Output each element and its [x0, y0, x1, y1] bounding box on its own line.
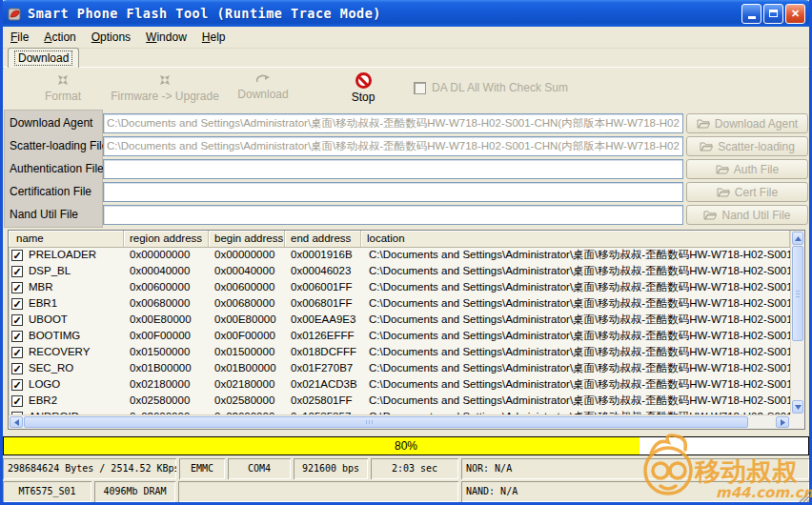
maximize-button[interactable]: [763, 4, 783, 24]
nand-util-file-label: Nand Util File: [10, 208, 78, 221]
row-begin: 0x00040000: [209, 263, 285, 279]
header-begin-address[interactable]: begin address: [209, 231, 285, 247]
row-checkbox[interactable]: [11, 282, 23, 293]
horizontal-scroll-thumb[interactable]: [24, 416, 748, 428]
row-checkbox[interactable]: [11, 363, 23, 374]
row-region: 0x00E80000: [124, 312, 209, 328]
row-region: 0x00040000: [124, 263, 209, 279]
menu-bar: File Action Options Window Help: [3, 27, 809, 49]
scroll-down-button[interactable]: [792, 400, 803, 414]
status-com-port: COM4: [228, 458, 291, 479]
minimize-button[interactable]: [741, 4, 761, 24]
row-begin: 0x00F00000: [209, 328, 285, 344]
menu-help[interactable]: Help: [194, 29, 233, 46]
firmware-upgrade-icon: [157, 72, 173, 88]
scatter-loading-label: Scatter-loading File: [10, 139, 108, 152]
download-agent-browse-button[interactable]: Download Agent: [686, 113, 808, 133]
row-checkbox[interactable]: [11, 331, 23, 342]
cert-file-browse-label: Cert File: [735, 186, 778, 199]
status-elapsed-time: 2:03 sec: [371, 458, 458, 479]
row-checkbox[interactable]: [11, 379, 23, 391]
download-agent-row: Download Agent Download Agent: [4, 113, 808, 134]
row-end: 0x006001FF: [285, 279, 361, 295]
certification-file-label: Certification File: [10, 185, 91, 198]
horizontal-scrollbar[interactable]: [9, 414, 790, 429]
table-row[interactable]: PRELOADER 0x00000000 0x00000000 0x000191…: [9, 247, 790, 263]
menu-window[interactable]: Window: [138, 29, 194, 46]
scatter-loading-browse-button[interactable]: Scatter-loading: [686, 136, 808, 156]
file-panel: Download Agent Download Agent Scatter-lo…: [4, 110, 808, 228]
firmware-upgrade-label: Firmware -> Upgrade: [111, 90, 219, 103]
auth-file-browse-button[interactable]: Auth File: [686, 159, 808, 179]
download-button[interactable]: Download: [225, 72, 301, 101]
row-checkbox[interactable]: [11, 395, 23, 407]
header-region-address[interactable]: region address: [124, 231, 209, 247]
status-chipset: MT6575_S01: [3, 481, 91, 502]
header-name[interactable]: name: [9, 231, 124, 247]
menu-options[interactable]: Options: [84, 29, 138, 46]
row-location: C:\Documents and Settings\Administrator\…: [361, 295, 790, 312]
row-end: 0x006801FF: [285, 295, 361, 312]
scatter-loading-browse-label: Scatter-loading: [718, 140, 795, 153]
row-region: 0x02180000: [124, 376, 209, 393]
menu-action[interactable]: Action: [36, 29, 83, 46]
row-end: 0x0126EFFF: [285, 328, 361, 344]
table-row[interactable]: BOOTIMG 0x00F00000 0x00F00000 0x0126EFFF…: [9, 328, 790, 344]
close-button[interactable]: ✕: [785, 4, 805, 24]
status-dram-size: 4096Mb DRAM: [94, 481, 175, 502]
table-row[interactable]: EBR2 0x02580000 0x02580000 0x025801FF C:…: [9, 393, 790, 409]
table-row[interactable]: SEC_RO 0x01B00000 0x01B00000 0x01F270B7 …: [9, 360, 790, 376]
authentication-file-input[interactable]: [103, 159, 683, 179]
header-location[interactable]: location: [361, 231, 790, 247]
status-bytes-speed: 298684624 Bytes / 2514.52 KBps: [3, 458, 176, 479]
row-checkbox[interactable]: [11, 314, 23, 326]
folder-icon: [700, 141, 713, 152]
nand-util-browse-button[interactable]: Nand Util File: [686, 205, 808, 225]
row-name: LOGO: [29, 376, 60, 393]
status-nor-flash: NOR: N/A: [461, 458, 809, 479]
row-region: 0x01B00000: [124, 360, 209, 376]
header-end-address[interactable]: end address: [285, 231, 361, 247]
scroll-left-button[interactable]: [10, 416, 23, 428]
vertical-scrollbar[interactable]: [790, 231, 804, 414]
download-agent-input[interactable]: [103, 113, 683, 133]
partition-table: name region address begin address end ad…: [8, 230, 805, 430]
tab-download[interactable]: Download: [8, 48, 79, 68]
table-row[interactable]: EBR1 0x00680000 0x00680000 0x006801FF C:…: [9, 295, 790, 312]
row-end: 0x00EAA9E3: [285, 312, 361, 328]
row-checkbox[interactable]: [11, 347, 23, 358]
row-checkbox[interactable]: [11, 250, 23, 261]
scroll-up-button[interactable]: [792, 232, 803, 245]
row-checkbox[interactable]: [11, 298, 23, 310]
nand-util-file-input[interactable]: [103, 205, 683, 225]
table-row[interactable]: RECOVERY 0x01500000 0x01500000 0x018DCFF…: [9, 344, 790, 360]
table-row[interactable]: DSP_BL 0x00040000 0x00040000 0x00046023 …: [9, 263, 790, 279]
certification-file-input[interactable]: [103, 182, 683, 202]
stop-label: Stop: [352, 91, 376, 104]
format-button[interactable]: Format: [32, 72, 93, 103]
scatter-loading-input[interactable]: [103, 136, 683, 156]
table-row[interactable]: UBOOT 0x00E80000 0x00E80000 0x00EAA9E3 C…: [9, 312, 790, 328]
folder-icon: [717, 187, 730, 197]
row-begin: 0x01500000: [209, 344, 285, 360]
row-begin: 0x02180000: [209, 376, 285, 393]
toolbar: Format Firmware -> Upgrade Download Stop…: [4, 68, 808, 110]
scroll-right-button[interactable]: [776, 416, 789, 428]
row-region: 0x02580000: [124, 393, 209, 409]
cert-file-browse-button[interactable]: Cert File: [686, 182, 808, 202]
da-dl-checksum-checkbox[interactable]: [414, 82, 426, 94]
table-row[interactable]: LOGO 0x02180000 0x02180000 0x021ACD3B C:…: [9, 376, 790, 393]
table-header: name region address begin address end ad…: [9, 231, 790, 248]
vertical-scroll-thumb[interactable]: [792, 246, 803, 341]
download-label: Download: [237, 88, 288, 101]
scatter-loading-row: Scatter-loading File Scatter-loading: [4, 136, 808, 157]
arrow-down-icon: [795, 405, 802, 410]
row-checkbox[interactable]: [11, 266, 23, 277]
folder-icon: [703, 210, 717, 220]
auth-file-browse-label: Auth File: [734, 163, 779, 176]
firmware-upgrade-button[interactable]: Firmware -> Upgrade: [103, 72, 227, 103]
menu-file[interactable]: File: [3, 29, 36, 46]
table-row[interactable]: MBR 0x00600000 0x00600000 0x006001FF C:\…: [9, 279, 790, 295]
stop-button[interactable]: Stop: [339, 72, 387, 104]
resize-grip[interactable]: [797, 490, 809, 502]
